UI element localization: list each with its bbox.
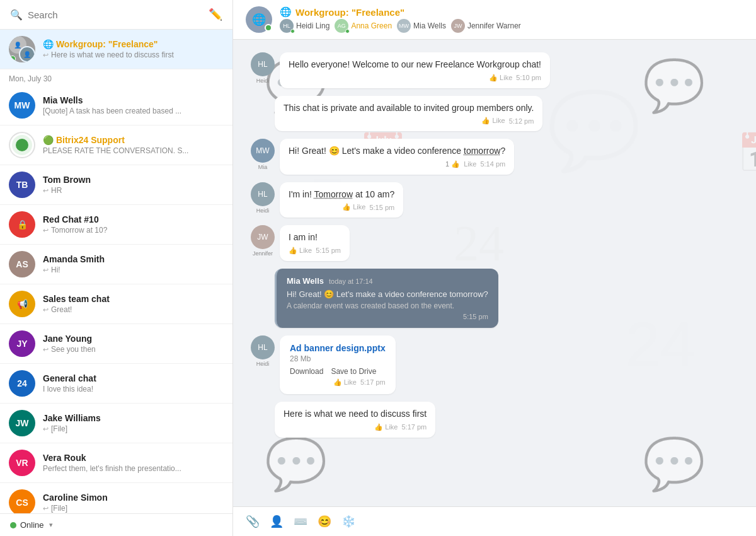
msg-avatar-wrap: HL Heidi [246,335,280,367]
list-item[interactable]: 🟢 Bitrix24 Support PLEASE RATE THE CONVE… [0,125,232,165]
list-item[interactable]: MW Mia Wells [Quote] A task has been cre… [0,86,232,125]
member-avatar-wrap: AG [335,19,348,33]
chat-info: Vera Rouk Perfect them, let's finish the… [43,453,224,473]
chat-name: Sales team chat [43,294,224,304]
member-mia: MW Mia Wells [397,19,446,33]
like-button[interactable]: 👍 Like [481,117,505,125]
msg-bubble-wrap: This chat is private and available to in… [275,96,542,132]
message-row: HL Heidi I'm in! Tomorrow at 10 am? 👍 Li… [246,182,743,218]
avatar: VR [9,450,35,476]
message-bubble: Here is what we need to discuss first 👍 … [275,402,435,438]
file-actions: Download Save to Drive [290,367,386,376]
message-time: 5:14 pm [480,160,505,168]
file-name[interactable]: Ad banner design.pptx [290,343,386,353]
download-button[interactable]: Download [290,367,323,376]
online-badge [265,24,272,32]
message-meta: 👍 Like 5:12 pm [284,117,534,125]
chat-preview: ↩ See you then [43,345,224,354]
message-avatar: MW [251,139,275,163]
message-avatar: JW [251,225,275,249]
mention-icon[interactable]: 👤 [270,515,284,528]
chat-name: Tom Brown [43,175,224,185]
avatar: 👤 👤 [9,36,35,62]
message-row: Here is what we need to discuss first 👍 … [246,402,743,438]
chat-preview: ↩ [File] [43,504,224,513]
quote-header: Mia Wells today at 17:14 [287,276,488,287]
like-button[interactable]: 👍 Like [489,74,512,82]
sidebar: 🔍 ✏️ 👤 👤 🌐 Workgroup: "Freelance" ↩ Here… [0,0,233,536]
list-item[interactable]: VR Vera Rouk Perfect them, let's finish … [0,443,232,483]
chat-info: Tom Brown ↩ HR [43,175,224,195]
message-row: This chat is private and available to in… [246,96,743,132]
message-meta: 👍 Like 5:17 pm [290,378,386,387]
list-item[interactable]: AS Amanda Smith ↩ Hi! [0,245,232,284]
attach-icon[interactable]: 📎 [246,515,260,528]
avatar-label: Mia [258,164,268,170]
chat-info: Jake Williams ↩ [File] [43,413,224,433]
message-meta: 👍 Like 5:10 pm [289,74,541,82]
message-time: 5:17 pm [401,423,427,431]
chat-list: 👤 👤 🌐 Workgroup: "Freelance" ↩ Here is w… [0,30,232,513]
message-avatar: HL [251,52,275,76]
chat-preview: I love this idea! [43,385,224,393]
compose-button[interactable]: ✏️ [209,8,222,21]
msg-avatar-wrap: HL Heidi [246,182,280,214]
message-meta: 👍 Like 5:17 pm [284,423,427,431]
message-avatar: HL [251,182,275,206]
member-name: Mia Wells [413,21,446,30]
slash-command-icon[interactable]: ⌨️ [294,515,307,528]
list-item[interactable]: JY Jane Young ↩ See you then [0,324,232,364]
member-avatar-wrap: HL [280,19,294,33]
chat-name: General chat [43,373,224,383]
avatar [9,132,35,158]
quote-time: today at 17:14 [329,277,373,285]
list-item[interactable]: TB Tom Brown ↩ HR [0,165,232,205]
list-item[interactable]: 👤 👤 🌐 Workgroup: "Freelance" ↩ Here is w… [0,30,232,69]
sticker-icon[interactable]: ❄️ [341,515,355,528]
chat-name: Mia Wells [43,95,224,105]
search-icon: 🔍 [10,9,23,21]
chat-preview: ↩ Great! [43,305,224,314]
online-status-dot [10,522,16,528]
chat-preview: Perfect them, let's finish the presentat… [43,464,224,473]
list-item[interactable]: CS Caroline Simon ↩ [File] [0,483,232,513]
avatar: MW [9,92,35,119]
search-input[interactable] [28,9,209,20]
header-title-wrap: 🌐 Workgroup: "Freelance" HL Heidi Ling A… [280,6,521,33]
message-row: Mia Wells today at 17:14 Hi! Great! 😊 Le… [246,269,743,328]
chat-header: 🌐 🌐 Workgroup: "Freelance" HL Heidi Ling… [233,0,756,40]
message-row: JW Jennifer I am in! 👍 Like 5:15 pm [246,225,743,261]
message-time: 5:15 pm [463,313,488,320]
avatar-label: Heidi [256,207,270,214]
messages-area: 💬 📅 24 ✉ HL Heidi Hello everyone! Welcom… [233,40,756,506]
emoji-icon[interactable]: 😊 [318,515,331,528]
list-item[interactable]: 24 General chat I love this idea! [0,364,232,404]
group-title: 🌐 Workgroup: "Freelance" [280,6,521,18]
message-row: HL Heidi Ad banner design.pptx 28 Mb Dow… [246,335,743,394]
message-bubble: Hello everyone! Welcome to our new Freel… [280,52,550,88]
like-button[interactable]: 👍 Like [374,423,398,431]
avatar: 🔒 [9,211,35,238]
list-item[interactable]: 📢 Sales team chat ↩ Great! [0,284,232,324]
message-meta: 1 👍 Like 5:14 pm [289,160,505,168]
message-time: 5:17 pm [360,378,386,386]
message-text: Hi! Great! 😊 Let's make a video conferen… [289,145,505,158]
main-panel: 🌐 🌐 Workgroup: "Freelance" HL Heidi Ling… [233,0,756,536]
like-button[interactable]: 👍 Like [333,378,357,387]
status-dropdown-arrow[interactable]: ▾ [49,521,53,529]
avatar-label: Heidi [256,78,270,84]
sidebar-footer: Online ▾ [0,513,232,536]
like-button[interactable]: Like [464,160,476,168]
msg-bubble-wrap: I am in! 👍 Like 5:15 pm [280,225,350,261]
list-item[interactable]: 🔒 Red Chat #10 ↩ Tomorrow at 10? [0,205,232,245]
member-jennifer: JW Jennifer Warner [451,19,521,33]
save-to-drive-button[interactable]: Save to Drive [331,367,376,376]
chat-name: Vera Rouk [43,453,224,463]
quote-footer: A calendar event was created based on th… [287,301,488,310]
like-button[interactable]: 👍 Like [342,203,365,211]
like-button[interactable]: 👍 Like [289,247,312,255]
message-text: I am in! [289,231,341,244]
member-heidi: HL Heidi Ling [280,19,329,33]
list-item[interactable]: JW Jake Williams ↩ [File] [0,404,232,443]
msg-bubble-wrap: Ad banner design.pptx 28 Mb Download Sav… [280,335,396,394]
